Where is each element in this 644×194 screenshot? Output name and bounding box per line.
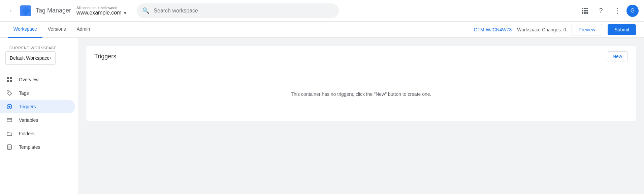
search-input[interactable]	[154, 8, 333, 14]
account-selector[interactable]: All accounts > helloworld www.example.co…	[76, 6, 127, 16]
app-title: Tag Manager	[36, 7, 71, 14]
workspace-id[interactable]: GTM-WJCN4W73	[474, 27, 512, 32]
sidebar-item-label-tags: Tags	[19, 90, 29, 96]
more-options-button[interactable]: ⋮	[610, 4, 624, 18]
main-layout: CURRENT WORKSPACE Default Workspace › Ov…	[0, 38, 644, 194]
navbar-tabs: Workspace Versions Admin	[8, 22, 474, 38]
search-bar[interactable]: 🔍	[137, 3, 339, 18]
sidebar: CURRENT WORKSPACE Default Workspace › Ov…	[0, 38, 78, 194]
sidebar-item-templates[interactable]: Templates	[0, 140, 75, 154]
new-trigger-button[interactable]: New	[607, 51, 628, 61]
breadcrumb: All accounts > helloworld	[76, 6, 127, 10]
help-button[interactable]: ?	[594, 4, 608, 18]
app-logo: Tag Manager	[19, 4, 71, 18]
svg-rect-10	[7, 118, 12, 122]
workspace-chevron-icon: ›	[50, 55, 51, 61]
topbar: ← Tag Manager All accounts > helloworld …	[0, 0, 644, 22]
sidebar-item-folders[interactable]: Folders	[0, 127, 75, 140]
avatar[interactable]: G	[626, 5, 639, 17]
gtm-diamond-icon	[19, 5, 31, 17]
svg-rect-4	[10, 77, 12, 79]
tags-icon	[5, 90, 13, 96]
back-button[interactable]: ←	[5, 4, 19, 18]
submit-button[interactable]: Submit	[608, 24, 636, 35]
sidebar-item-label-folders: Folders	[19, 131, 35, 136]
dropdown-chevron-icon: ▼	[123, 10, 127, 16]
sidebar-item-triggers[interactable]: Triggers	[0, 100, 75, 113]
sidebar-item-label-variables: Variables	[19, 117, 38, 123]
tab-versions[interactable]: Versions	[42, 22, 71, 38]
triggers-card: Triggers New This container has no trigg…	[86, 46, 636, 121]
help-icon: ?	[599, 7, 603, 15]
waffle-icon	[582, 8, 588, 14]
card-body: This container has no triggers, click th…	[86, 67, 636, 121]
navbar: Workspace Versions Admin GTM-WJCN4W73 Wo…	[0, 22, 644, 38]
workspace-changes: Workspace Changes: 0	[517, 27, 566, 32]
more-icon: ⋮	[614, 7, 620, 15]
svg-rect-6	[10, 80, 12, 82]
preview-button[interactable]: Preview	[572, 24, 603, 35]
sidebar-item-label-triggers: Triggers	[19, 104, 36, 109]
waffle-menu-button[interactable]	[578, 4, 591, 18]
topbar-actions: ? ⋮ G	[578, 4, 639, 18]
triggers-icon	[5, 103, 13, 110]
folders-icon	[5, 130, 13, 137]
svg-point-7	[8, 92, 9, 93]
svg-rect-3	[7, 77, 9, 79]
search-icon: 🔍	[142, 7, 150, 15]
avatar-initials: G	[631, 8, 635, 14]
sidebar-item-label-overview: Overview	[19, 77, 38, 82]
tab-workspace[interactable]: Workspace	[8, 22, 42, 38]
empty-message: This container has no triggers, click th…	[291, 91, 431, 97]
overview-icon	[5, 76, 13, 83]
svg-rect-5	[7, 80, 9, 82]
card-title: Triggers	[94, 53, 116, 60]
sidebar-item-label-templates: Templates	[19, 144, 40, 150]
card-header: Triggers New	[86, 46, 636, 67]
tab-admin[interactable]: Admin	[71, 22, 95, 38]
navbar-right: GTM-WJCN4W73 Workspace Changes: 0 Previe…	[474, 24, 636, 35]
sidebar-nav: Overview Tags Triggers Variables	[0, 73, 78, 154]
sidebar-item-tags[interactable]: Tags	[0, 86, 75, 100]
account-name: www.example.com ▼	[76, 10, 127, 16]
workspace-selector-button[interactable]: Default Workspace ›	[5, 51, 56, 65]
templates-icon	[5, 144, 13, 150]
workspace-name: Default Workspace	[10, 55, 50, 61]
variables-icon	[5, 117, 13, 123]
sidebar-item-overview[interactable]: Overview	[0, 73, 75, 86]
workspace-section: CURRENT WORKSPACE Default Workspace ›	[0, 43, 78, 70]
content-area: Triggers New This container has no trigg…	[78, 38, 644, 194]
sidebar-item-variables[interactable]: Variables	[0, 113, 75, 127]
svg-point-9	[8, 106, 10, 108]
sidebar-section-label: CURRENT WORKSPACE	[5, 43, 72, 51]
